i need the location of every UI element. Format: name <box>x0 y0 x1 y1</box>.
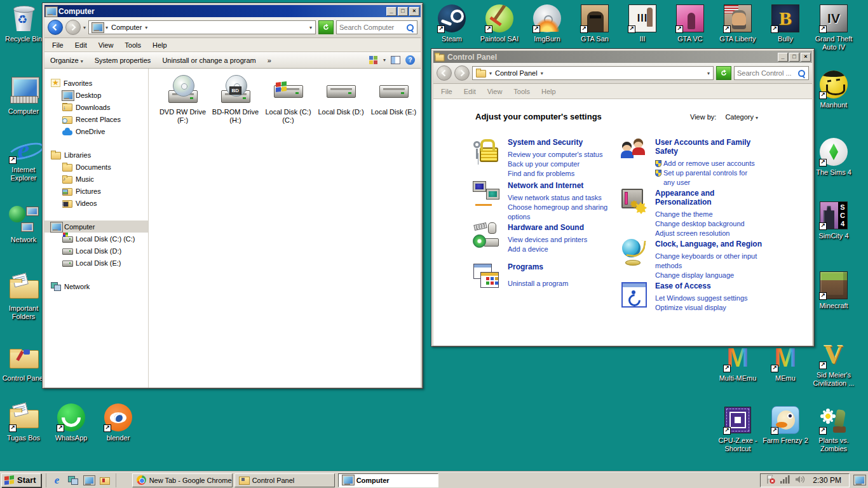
category-link[interactable]: View devices and printers <box>508 235 587 245</box>
chevron-icon[interactable]: ▾ <box>489 71 492 76</box>
sidebar-item-documents[interactable]: Documents <box>44 161 148 173</box>
menu-tools[interactable]: Tools <box>508 88 536 95</box>
menu-help[interactable]: Help <box>536 88 562 95</box>
taskbar-button-computer[interactable]: Computer <box>338 473 438 487</box>
desktop-icon-memu[interactable]: MMEmu <box>762 343 809 383</box>
menu-help[interactable]: Help <box>147 41 173 49</box>
minimize-button[interactable]: _ <box>386 7 397 16</box>
forward-button[interactable] <box>65 20 81 35</box>
desktop-icon-pvz[interactable]: Plants vs. Zombies <box>810 405 857 453</box>
search-input[interactable] <box>737 69 797 77</box>
quick-launch-control-panel-icon[interactable] <box>99 475 111 486</box>
show-desktop-button[interactable] <box>853 474 865 487</box>
desktop-icon-farm-frenzy[interactable]: Farm Frenzy 2 <box>762 405 809 445</box>
toolbar-overflow-chevron[interactable]: » <box>268 57 271 64</box>
category-title[interactable]: Programs <box>508 262 568 271</box>
category-title[interactable]: User Accounts and Family Safety <box>655 138 773 156</box>
quick-launch-network-icon[interactable] <box>67 475 79 486</box>
desktop-icon-multi-memu[interactable]: MMulti-MEmu <box>714 343 761 383</box>
drive-item-dvd[interactable]: DVD RW Drive (F:) <box>156 75 209 125</box>
category-link[interactable]: Add a device <box>508 245 587 254</box>
address-dropdown-icon[interactable]: ▾ <box>309 25 312 30</box>
desktop-icon-simcity4[interactable]: SC4SimCity 4 <box>810 201 857 240</box>
drive-item-bd[interactable]: BDBD-ROM Drive (H:) <box>209 75 262 125</box>
drive-item-c[interactable]: Local Disk (C:) (C:) <box>262 75 315 125</box>
desktop-icon-recycle-bin[interactable]: ♻Recycle Bin <box>0 4 47 43</box>
refresh-button[interactable] <box>716 66 731 80</box>
history-dropdown-icon[interactable]: ▾ <box>83 25 86 30</box>
menu-view[interactable]: View <box>482 88 508 95</box>
category-link[interactable]: Change keyboards or other input methods <box>655 252 770 271</box>
sidebar-item-music[interactable]: Music <box>44 173 148 185</box>
desktop-icon-bully[interactable]: BBully <box>762 4 809 43</box>
desktop-icon-gta-iv[interactable]: IVGrand Theft Auto IV <box>810 4 857 51</box>
category-link[interactable]: Change desktop background <box>655 219 773 229</box>
menu-edit[interactable]: Edit <box>458 88 482 95</box>
desktop-icon-control-panel[interactable]: Control Panel <box>0 343 47 383</box>
preview-pane-icon[interactable] <box>391 56 400 64</box>
uninstall-button[interactable]: Uninstall or change a program <box>162 57 255 64</box>
desktop-icon-civilization[interactable]: VSid Meier's Civilization ... <box>810 340 857 388</box>
category-title[interactable]: Appearance and Personalization <box>655 189 773 207</box>
desktop-icon-tugas-bos[interactable]: Tugas Bos <box>0 403 47 442</box>
sidebar-item-downloads[interactable]: Downloads <box>44 101 148 113</box>
desktop-icon-minecraft[interactable]: Minecraft <box>810 271 857 310</box>
user-accounts-icon[interactable] <box>620 137 647 164</box>
desktop-icon-manhunt[interactable]: Manhunt <box>810 70 857 109</box>
drive-item-d[interactable]: Local Disk (D:) <box>315 75 367 116</box>
category-title[interactable]: Ease of Access <box>655 281 748 290</box>
sidebar-item-local-disk-e[interactable]: Local Disk (E:) <box>44 257 148 269</box>
category-link[interactable]: Change the theme <box>655 210 773 219</box>
sidebar-item-recent-places[interactable]: Recent Places <box>44 113 148 125</box>
search-input[interactable] <box>339 24 406 31</box>
chevron-icon[interactable]: ▾ <box>145 25 147 30</box>
network-signal-icon[interactable] <box>780 475 790 485</box>
sidebar-item-libraries[interactable]: Libraries <box>44 149 148 161</box>
menu-tools[interactable]: Tools <box>119 41 147 49</box>
category-link[interactable]: Set up parental controls for any user <box>655 168 773 187</box>
quick-launch-internet-explorer-icon[interactable]: e <box>51 475 63 486</box>
category-title[interactable]: System and Security <box>508 138 602 147</box>
sidebar-item-local-disk-d[interactable]: Local Disk (D:) <box>44 245 148 257</box>
category-link[interactable]: Adjust screen resolution <box>655 229 773 238</box>
desktop-icon-whatsapp[interactable]: WhatsApp <box>48 403 95 442</box>
desktop-icon-network[interactable]: Network <box>0 205 47 244</box>
category-link[interactable]: Choose homegroup and sharing options <box>508 203 621 222</box>
menu-file[interactable]: File <box>435 88 458 95</box>
desktop-icon-blender[interactable]: blender <box>95 403 142 442</box>
volume-icon[interactable] <box>795 475 805 485</box>
menu-file[interactable]: File <box>46 41 69 49</box>
desktop-icon-gta-liberty[interactable]: GTA Liberty <box>714 4 761 43</box>
category-link[interactable]: Let Windows suggest settings <box>655 294 748 303</box>
close-button[interactable]: × <box>409 7 419 16</box>
taskbar-button-control-panel[interactable]: Control Panel <box>234 473 335 487</box>
sidebar-item-onedrive[interactable]: OneDrive <box>44 125 148 137</box>
category-link[interactable]: Change display language <box>655 271 773 280</box>
system-properties-button[interactable]: System properties <box>95 57 151 64</box>
desktop-icon-paintool-sai[interactable]: Paintool SAI <box>476 4 523 43</box>
desktop-icon-gta-san[interactable]: GTA San <box>571 4 618 43</box>
taskbar-button-chrome[interactable]: New Tab - Google Chrome <box>132 473 233 487</box>
search-box[interactable] <box>336 20 417 34</box>
back-button[interactable] <box>437 65 452 81</box>
category-link[interactable]: Review your computer's status <box>508 150 602 159</box>
view-by-dropdown[interactable]: Category <box>725 113 754 121</box>
desktop-icon-computer[interactable]: Computer <box>0 76 47 116</box>
search-icon[interactable] <box>797 69 806 78</box>
appearance-icon[interactable] <box>620 188 647 215</box>
programs-icon[interactable] <box>473 262 499 288</box>
minimize-button[interactable]: _ <box>778 53 788 62</box>
search-icon[interactable] <box>406 24 414 32</box>
category-link[interactable]: Back up your computer <box>508 159 602 169</box>
chevron-down-icon[interactable]: ▾ <box>756 115 758 121</box>
change-view-icon[interactable] <box>369 56 378 65</box>
menu-edit[interactable]: Edit <box>69 41 93 49</box>
network-internet-icon[interactable] <box>473 180 499 207</box>
sidebar-item-network[interactable]: Network <box>44 280 148 292</box>
views-dropdown-icon[interactable]: ▾ <box>383 57 386 63</box>
desktop-icon-gta-iii[interactable]: IIIIII <box>619 4 666 43</box>
search-box[interactable] <box>734 66 809 80</box>
sidebar-item-videos[interactable]: Videos <box>44 197 148 209</box>
quick-launch-computer-icon[interactable] <box>83 475 95 486</box>
sidebar-item-favorites[interactable]: Favorites <box>44 77 148 89</box>
